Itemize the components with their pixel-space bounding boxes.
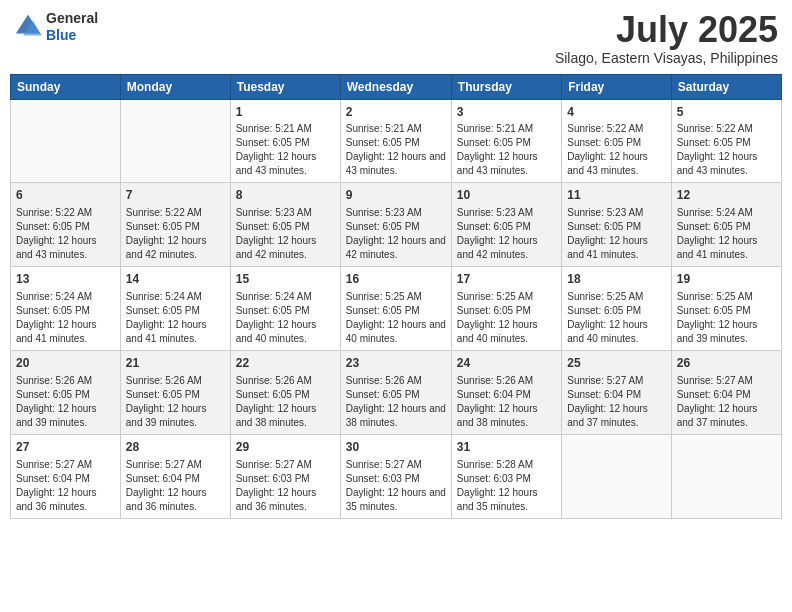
sunset-text: Sunset: 6:05 PM [567, 220, 665, 234]
day-cell-content: 27Sunrise: 5:27 AMSunset: 6:04 PMDayligh… [16, 439, 115, 514]
day-number: 30 [346, 439, 446, 456]
sunset-text: Sunset: 6:05 PM [567, 136, 665, 150]
day-number: 20 [16, 355, 115, 372]
calendar-cell: 11Sunrise: 5:23 AMSunset: 6:05 PMDayligh… [562, 183, 671, 267]
daylight-text: Daylight: 12 hours and 40 minutes. [236, 318, 335, 346]
sunset-text: Sunset: 6:05 PM [346, 136, 446, 150]
daylight-text: Daylight: 12 hours and 38 minutes. [236, 402, 335, 430]
day-number: 2 [346, 104, 446, 121]
sunrise-text: Sunrise: 5:22 AM [567, 122, 665, 136]
calendar-cell: 25Sunrise: 5:27 AMSunset: 6:04 PMDayligh… [562, 350, 671, 434]
day-number: 21 [126, 355, 225, 372]
calendar-cell: 16Sunrise: 5:25 AMSunset: 6:05 PMDayligh… [340, 267, 451, 351]
sunrise-text: Sunrise: 5:23 AM [346, 206, 446, 220]
calendar-week-row: 13Sunrise: 5:24 AMSunset: 6:05 PMDayligh… [11, 267, 782, 351]
sunrise-text: Sunrise: 5:26 AM [16, 374, 115, 388]
sunrise-text: Sunrise: 5:26 AM [457, 374, 556, 388]
sunset-text: Sunset: 6:05 PM [567, 304, 665, 318]
daylight-text: Daylight: 12 hours and 39 minutes. [677, 318, 776, 346]
weekday-header-tuesday: Tuesday [230, 74, 340, 99]
day-cell-content: 12Sunrise: 5:24 AMSunset: 6:05 PMDayligh… [677, 187, 776, 262]
daylight-text: Daylight: 12 hours and 35 minutes. [346, 486, 446, 514]
daylight-text: Daylight: 12 hours and 43 minutes. [236, 150, 335, 178]
logo-blue: Blue [46, 27, 98, 44]
sunset-text: Sunset: 6:05 PM [16, 220, 115, 234]
calendar-cell: 24Sunrise: 5:26 AMSunset: 6:04 PMDayligh… [451, 350, 561, 434]
calendar-cell: 12Sunrise: 5:24 AMSunset: 6:05 PMDayligh… [671, 183, 781, 267]
page-header: General Blue July 2025 Silago, Eastern V… [10, 10, 782, 66]
sunset-text: Sunset: 6:03 PM [346, 472, 446, 486]
day-number: 3 [457, 104, 556, 121]
day-cell-content: 4Sunrise: 5:22 AMSunset: 6:05 PMDaylight… [567, 104, 665, 179]
daylight-text: Daylight: 12 hours and 43 minutes. [346, 150, 446, 178]
day-cell-content: 16Sunrise: 5:25 AMSunset: 6:05 PMDayligh… [346, 271, 446, 346]
logo-icon [14, 13, 42, 41]
weekday-header-row: SundayMondayTuesdayWednesdayThursdayFrid… [11, 74, 782, 99]
day-cell-content: 28Sunrise: 5:27 AMSunset: 6:04 PMDayligh… [126, 439, 225, 514]
daylight-text: Daylight: 12 hours and 41 minutes. [677, 234, 776, 262]
daylight-text: Daylight: 12 hours and 42 minutes. [126, 234, 225, 262]
day-cell-content: 23Sunrise: 5:26 AMSunset: 6:05 PMDayligh… [346, 355, 446, 430]
sunset-text: Sunset: 6:05 PM [677, 304, 776, 318]
day-cell-content: 10Sunrise: 5:23 AMSunset: 6:05 PMDayligh… [457, 187, 556, 262]
daylight-text: Daylight: 12 hours and 41 minutes. [567, 234, 665, 262]
day-cell-content: 30Sunrise: 5:27 AMSunset: 6:03 PMDayligh… [346, 439, 446, 514]
calendar-week-row: 1Sunrise: 5:21 AMSunset: 6:05 PMDaylight… [11, 99, 782, 183]
calendar-cell: 26Sunrise: 5:27 AMSunset: 6:04 PMDayligh… [671, 350, 781, 434]
day-number: 29 [236, 439, 335, 456]
sunset-text: Sunset: 6:05 PM [236, 136, 335, 150]
calendar-cell: 19Sunrise: 5:25 AMSunset: 6:05 PMDayligh… [671, 267, 781, 351]
sunrise-text: Sunrise: 5:21 AM [346, 122, 446, 136]
day-number: 4 [567, 104, 665, 121]
calendar-cell [120, 99, 230, 183]
sunset-text: Sunset: 6:03 PM [236, 472, 335, 486]
day-number: 16 [346, 271, 446, 288]
sunrise-text: Sunrise: 5:26 AM [236, 374, 335, 388]
daylight-text: Daylight: 12 hours and 37 minutes. [677, 402, 776, 430]
calendar-cell: 27Sunrise: 5:27 AMSunset: 6:04 PMDayligh… [11, 434, 121, 518]
sunset-text: Sunset: 6:05 PM [457, 304, 556, 318]
sunset-text: Sunset: 6:05 PM [236, 220, 335, 234]
calendar-cell [11, 99, 121, 183]
day-cell-content: 6Sunrise: 5:22 AMSunset: 6:05 PMDaylight… [16, 187, 115, 262]
day-number: 6 [16, 187, 115, 204]
sunrise-text: Sunrise: 5:27 AM [236, 458, 335, 472]
sunrise-text: Sunrise: 5:27 AM [126, 458, 225, 472]
daylight-text: Daylight: 12 hours and 43 minutes. [16, 234, 115, 262]
sunrise-text: Sunrise: 5:25 AM [457, 290, 556, 304]
day-cell-content: 2Sunrise: 5:21 AMSunset: 6:05 PMDaylight… [346, 104, 446, 179]
calendar-cell: 4Sunrise: 5:22 AMSunset: 6:05 PMDaylight… [562, 99, 671, 183]
day-cell-content: 7Sunrise: 5:22 AMSunset: 6:05 PMDaylight… [126, 187, 225, 262]
calendar-cell: 30Sunrise: 5:27 AMSunset: 6:03 PMDayligh… [340, 434, 451, 518]
day-cell-content: 11Sunrise: 5:23 AMSunset: 6:05 PMDayligh… [567, 187, 665, 262]
sunrise-text: Sunrise: 5:25 AM [677, 290, 776, 304]
sunset-text: Sunset: 6:05 PM [346, 304, 446, 318]
weekday-header-friday: Friday [562, 74, 671, 99]
sunrise-text: Sunrise: 5:27 AM [346, 458, 446, 472]
weekday-header-wednesday: Wednesday [340, 74, 451, 99]
day-cell-content: 29Sunrise: 5:27 AMSunset: 6:03 PMDayligh… [236, 439, 335, 514]
day-number: 14 [126, 271, 225, 288]
daylight-text: Daylight: 12 hours and 35 minutes. [457, 486, 556, 514]
logo-general: General [46, 10, 98, 27]
calendar-cell: 5Sunrise: 5:22 AMSunset: 6:05 PMDaylight… [671, 99, 781, 183]
sunrise-text: Sunrise: 5:25 AM [567, 290, 665, 304]
daylight-text: Daylight: 12 hours and 40 minutes. [457, 318, 556, 346]
calendar-cell [671, 434, 781, 518]
daylight-text: Daylight: 12 hours and 40 minutes. [346, 318, 446, 346]
day-cell-content: 13Sunrise: 5:24 AMSunset: 6:05 PMDayligh… [16, 271, 115, 346]
day-cell-content: 1Sunrise: 5:21 AMSunset: 6:05 PMDaylight… [236, 104, 335, 179]
day-cell-content: 14Sunrise: 5:24 AMSunset: 6:05 PMDayligh… [126, 271, 225, 346]
calendar-cell: 23Sunrise: 5:26 AMSunset: 6:05 PMDayligh… [340, 350, 451, 434]
day-number: 27 [16, 439, 115, 456]
calendar-cell [562, 434, 671, 518]
sunrise-text: Sunrise: 5:21 AM [236, 122, 335, 136]
sunset-text: Sunset: 6:05 PM [126, 304, 225, 318]
calendar-week-row: 27Sunrise: 5:27 AMSunset: 6:04 PMDayligh… [11, 434, 782, 518]
sunset-text: Sunset: 6:05 PM [457, 220, 556, 234]
logo: General Blue [14, 10, 98, 44]
daylight-text: Daylight: 12 hours and 43 minutes. [677, 150, 776, 178]
calendar-cell: 8Sunrise: 5:23 AMSunset: 6:05 PMDaylight… [230, 183, 340, 267]
daylight-text: Daylight: 12 hours and 37 minutes. [567, 402, 665, 430]
day-number: 18 [567, 271, 665, 288]
